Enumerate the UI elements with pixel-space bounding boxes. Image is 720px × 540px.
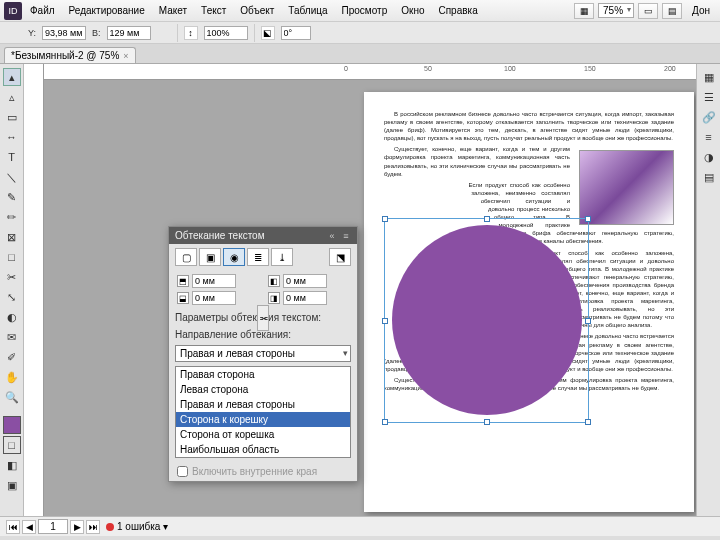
menu-text[interactable]: Текст	[195, 2, 232, 19]
handle-mr[interactable]	[585, 318, 591, 324]
selection-tool-icon[interactable]: ▴	[3, 68, 21, 86]
zoom-level[interactable]: 75%	[598, 3, 634, 18]
option-both[interactable]: Правая и левая стороны	[176, 397, 350, 412]
panel-title: Обтекание текстом	[175, 230, 265, 241]
h-label: В:	[92, 28, 101, 38]
option-toward-spine[interactable]: Сторона к корешку	[176, 412, 350, 427]
menu-help[interactable]: Справка	[432, 2, 483, 19]
arrange-icon[interactable]: ▤	[662, 3, 682, 19]
offset-top-field[interactable]	[192, 274, 236, 288]
document-tab[interactable]: *Безымянный-2 @ 75% ×	[4, 47, 136, 63]
include-inside-checkbox[interactable]	[177, 466, 188, 477]
donate-label[interactable]: Дон	[686, 2, 716, 19]
fill-color-icon[interactable]	[3, 416, 21, 434]
status-bar: ⏮ ◀ 1 ▶ ⏭ 1 ошибка ▾	[0, 516, 720, 536]
menu-edit[interactable]: Редактирование	[63, 2, 151, 19]
pages-panel-icon[interactable]: ▦	[700, 68, 718, 86]
hand-tool-icon[interactable]: ✋	[3, 368, 21, 386]
line-tool-icon[interactable]: ＼	[3, 168, 21, 186]
scale-y-field[interactable]	[204, 26, 248, 40]
wrap-to-selected: Правая и левая стороны	[176, 346, 350, 361]
wrap-none-icon[interactable]: ▢	[175, 248, 197, 266]
last-page-icon[interactable]: ⏭	[86, 520, 100, 534]
invert-wrap-icon[interactable]: ⬔	[329, 248, 351, 266]
default-colors-icon[interactable]: ◧	[3, 456, 21, 474]
offset-left-field[interactable]	[283, 274, 327, 288]
bridge-icon[interactable]: ▦	[574, 3, 594, 19]
first-page-icon[interactable]: ⏮	[6, 520, 20, 534]
handle-br[interactable]	[585, 419, 591, 425]
direct-selection-tool-icon[interactable]: ▵	[3, 88, 21, 106]
offset-bottom-field[interactable]	[192, 291, 236, 305]
option-right[interactable]: Правая сторона	[176, 367, 350, 382]
menu-file[interactable]: Файл	[24, 2, 61, 19]
view-mode-icon[interactable]: ▣	[3, 476, 21, 494]
color-panel-icon[interactable]: ◑	[700, 148, 718, 166]
offset-left-icon: ◧	[268, 275, 280, 287]
rectangle-tool-icon[interactable]: □	[3, 248, 21, 266]
wrap-jump-next-icon[interactable]: ⤓	[271, 248, 293, 266]
error-count-label: 1 ошибка	[117, 521, 160, 532]
preflight-status[interactable]: 1 ошибка ▾	[106, 521, 168, 532]
handle-tr[interactable]	[585, 216, 591, 222]
scissors-tool-icon[interactable]: ✂	[3, 268, 21, 286]
screen-mode-icon[interactable]: ▭	[638, 3, 658, 19]
handle-ml[interactable]	[382, 318, 388, 324]
tab-title: *Безымянный-2 @ 75%	[11, 50, 119, 61]
preflight-menu-icon[interactable]: ▾	[163, 521, 168, 532]
panel-collapse-icon[interactable]: «	[327, 231, 337, 241]
right-dock: ▦ ☰ 🔗 ≡ ◑ ▤	[696, 64, 720, 516]
offset-right-field[interactable]	[283, 291, 327, 305]
wrap-to-listbox[interactable]: Правая сторона Левая сторона Правая и ле…	[175, 366, 351, 458]
eyedropper-tool-icon[interactable]: ✐	[3, 348, 21, 366]
menu-view[interactable]: Просмотр	[336, 2, 394, 19]
option-left[interactable]: Левая сторона	[176, 382, 350, 397]
option-away-spine[interactable]: Сторона от корешка	[176, 427, 350, 442]
handle-tm[interactable]	[484, 216, 490, 222]
layers-panel-icon[interactable]: ☰	[700, 88, 718, 106]
tab-close-icon[interactable]: ×	[123, 51, 128, 61]
shear-field[interactable]	[281, 26, 311, 40]
prev-page-icon[interactable]: ◀	[22, 520, 36, 534]
pencil-tool-icon[interactable]: ✏	[3, 208, 21, 226]
wrap-bbox-icon[interactable]: ▣	[199, 248, 221, 266]
handle-bl[interactable]	[382, 419, 388, 425]
h-field[interactable]	[107, 26, 151, 40]
wrap-to-dropdown[interactable]: Правая и левая стороны ▾	[175, 345, 351, 362]
selection-bounding-box[interactable]	[384, 218, 589, 423]
links-panel-icon[interactable]: 🔗	[700, 108, 718, 126]
next-page-icon[interactable]: ▶	[70, 520, 84, 534]
zoom-tool-icon[interactable]: 🔍	[3, 388, 21, 406]
stroke-panel-icon[interactable]: ≡	[700, 128, 718, 146]
text-wrap-panel[interactable]: Обтекание текстом « ≡ ▢ ▣ ◉ ≣ ⤓ ⬔ ⬒ ◧ ⬓ …	[168, 226, 358, 482]
type-tool-icon[interactable]: T	[3, 148, 21, 166]
gradient-tool-icon[interactable]: ◐	[3, 308, 21, 326]
panel-menu-icon[interactable]: ≡	[341, 231, 351, 241]
option-largest[interactable]: Наибольшая область	[176, 442, 350, 457]
include-inside-edges[interactable]: Включить внутренние края	[169, 462, 357, 481]
rectangle-frame-tool-icon[interactable]: ⊠	[3, 228, 21, 246]
swatches-panel-icon[interactable]: ▤	[700, 168, 718, 186]
handle-tl[interactable]	[382, 216, 388, 222]
ruler-horizontal: 0 50 100 150 200	[44, 64, 696, 80]
menu-layout[interactable]: Макет	[153, 2, 193, 19]
free-transform-tool-icon[interactable]: ⤡	[3, 288, 21, 306]
menu-window[interactable]: Окно	[395, 2, 430, 19]
menu-table[interactable]: Таблица	[282, 2, 333, 19]
wrap-jump-icon[interactable]: ≣	[247, 248, 269, 266]
menu-object[interactable]: Объект	[234, 2, 280, 19]
placed-image[interactable]	[579, 150, 674, 225]
handle-bm[interactable]	[484, 419, 490, 425]
gap-tool-icon[interactable]: ↔	[3, 128, 21, 146]
y-field[interactable]	[42, 26, 86, 40]
include-inside-label: Включить внутренние края	[192, 466, 317, 477]
note-tool-icon[interactable]: ✉	[3, 328, 21, 346]
page-number-field[interactable]: 1	[38, 519, 68, 534]
wrap-shape-icon[interactable]: ◉	[223, 248, 245, 266]
stroke-color-icon[interactable]: □	[3, 436, 21, 454]
panel-titlebar[interactable]: Обтекание текстом « ≡	[169, 227, 357, 244]
page-tool-icon[interactable]: ▭	[3, 108, 21, 126]
pen-tool-icon[interactable]: ✎	[3, 188, 21, 206]
canvas[interactable]: В российском рекламном бизнесе довольно …	[44, 80, 696, 516]
link-offsets-icon[interactable]: ⫘	[257, 305, 269, 331]
